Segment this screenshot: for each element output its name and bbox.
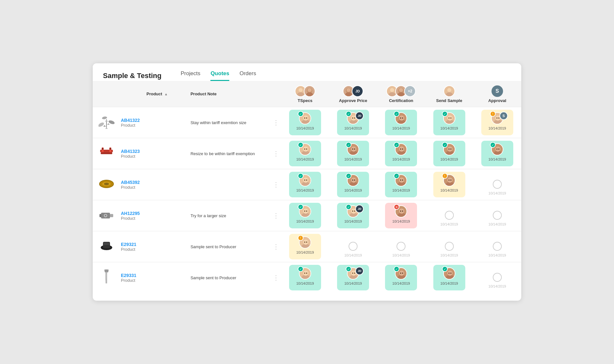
status-date: 10/14/2019	[392, 126, 410, 130]
svg-point-50	[498, 117, 499, 119]
tab-orders[interactable]: Orders	[240, 70, 256, 81]
product-info: E29331 Product	[118, 262, 187, 293]
cell-status[interactable]: ✓ 10/14/2019	[329, 169, 377, 200]
svg-point-94	[354, 179, 355, 181]
product-image	[93, 169, 118, 200]
status-date: 10/14/2019	[296, 219, 314, 223]
cell-status[interactable]: ✓ 10/14/2019	[425, 262, 473, 293]
main-card: Sample & Testing Projects Quotes Orders …	[93, 63, 521, 301]
svg-rect-135	[106, 272, 107, 283]
svg-point-153	[447, 271, 453, 276]
product-info: E29321 Product	[118, 231, 187, 262]
row-menu-button[interactable]: ⋮	[271, 231, 281, 262]
status-avatar-wrap: ✓ JD	[347, 112, 359, 124]
row-menu-button[interactable]: ⋮	[271, 200, 281, 231]
product-id[interactable]: AH12295	[121, 211, 184, 216]
cell-status[interactable]: ✓ 10/14/2019	[281, 138, 329, 169]
cell-status[interactable]: ✓ JD 10/14/2019	[329, 200, 377, 231]
product-image	[93, 138, 118, 169]
svg-point-114	[306, 210, 307, 212]
status-date-empty: 10/14/2019	[475, 222, 519, 226]
cell-status[interactable]: ✓ JD 10/14/2019	[329, 107, 377, 138]
cell-status[interactable]: ✓ 10/14/2019	[377, 169, 425, 200]
svg-point-155	[450, 273, 451, 274]
row-menu-button[interactable]: ⋮	[271, 107, 281, 138]
svg-point-140	[306, 273, 307, 274]
cell-status[interactable]: ! 10/14/2019	[281, 231, 329, 262]
cell-status[interactable]: ✓ 10/14/2019	[425, 107, 473, 138]
svg-point-149	[400, 273, 401, 274]
svg-point-75	[448, 148, 449, 150]
cell-status[interactable]: ✓ 10/14/2019	[377, 107, 425, 138]
cell-status: 10/14/2019	[473, 200, 521, 231]
table-wrapper: Product ▲ Product Note	[93, 81, 521, 301]
status-date-empty: 10/14/2019	[475, 191, 519, 195]
product-id[interactable]: AB41323	[121, 149, 184, 154]
svg-point-92	[351, 178, 356, 183]
product-info: AB41322 Product	[118, 107, 187, 138]
svg-point-1	[297, 92, 304, 97]
empty-circle	[493, 180, 502, 189]
status-date: 10/14/2019	[440, 126, 458, 130]
product-info: AH12295 Product	[118, 200, 187, 231]
tab-projects[interactable]: Projects	[181, 70, 200, 81]
svg-point-64	[351, 146, 356, 152]
jd-badge: JD	[355, 267, 364, 275]
status-avatar-wrap: !	[299, 236, 311, 249]
svg-point-118	[352, 210, 353, 212]
product-id[interactable]: E29331	[121, 273, 184, 278]
cell-status[interactable]: ! S 10/14/2019	[473, 107, 521, 138]
row-menu-button[interactable]: ⋮	[271, 169, 281, 200]
product-id[interactable]: AB45392	[121, 180, 184, 185]
cell-status[interactable]: ✓ 10/14/2019	[377, 262, 425, 293]
cell-status: 10/14/2019	[329, 231, 377, 262]
status-date: 10/14/2019	[392, 188, 410, 192]
status-date-empty: 10/14/2019	[331, 253, 375, 257]
cell-status[interactable]: ✕ 10/14/2019	[377, 200, 425, 231]
status-date: 10/14/2019	[296, 188, 314, 192]
product-note: Stay within tariff exemtion size	[187, 107, 271, 138]
cell-status[interactable]: ✓ 10/14/2019	[281, 262, 329, 293]
cell-status[interactable]: ✓ 10/14/2019	[281, 107, 329, 138]
status-avatar-wrap: ✓	[443, 143, 455, 155]
svg-point-148	[399, 271, 404, 276]
status-date-empty: 10/14/2019	[475, 284, 519, 288]
column-header-row: Product ▲ Product Note	[93, 81, 521, 107]
svg-point-99	[402, 179, 403, 181]
product-id[interactable]: AB41322	[121, 118, 184, 123]
svg-point-28	[303, 115, 308, 121]
svg-point-45	[450, 117, 451, 119]
product-id[interactable]: E29321	[121, 242, 184, 247]
empty-circle	[493, 273, 502, 282]
cell-status[interactable]: ✓ 10/14/2019	[281, 200, 329, 231]
svg-point-16	[446, 92, 453, 97]
cell-status[interactable]: ! 10/14/2019	[425, 169, 473, 200]
status-date: 10/14/2019	[296, 157, 314, 161]
cell-status[interactable]: ✓ 10/14/2019	[329, 138, 377, 169]
cell-status[interactable]: ✓ 10/14/2019	[473, 138, 521, 169]
cell-status[interactable]: ✓ 10/14/2019	[425, 138, 473, 169]
product-info: AB45392 Product	[118, 169, 187, 200]
svg-point-122	[399, 209, 404, 214]
cell-status: 10/14/2019	[473, 262, 521, 293]
status-date: 10/14/2019	[488, 157, 506, 161]
status-date: 10/14/2019	[296, 126, 314, 130]
col-product[interactable]: Product ▲	[118, 81, 187, 107]
row-menu-button[interactable]: ⋮	[271, 138, 281, 169]
warn-badge: !	[298, 235, 303, 241]
cell-status[interactable]: ✓ JD 10/14/2019	[329, 262, 377, 293]
product-type: Product	[121, 154, 184, 159]
status-date-empty: 10/14/2019	[379, 253, 423, 257]
table-row: E29331 Product Sample sent to Producer ⋮…	[93, 262, 521, 293]
svg-point-97	[399, 178, 404, 183]
check-badge: ✓	[442, 266, 448, 272]
svg-point-144	[352, 273, 353, 274]
cell-status[interactable]: ✓ 10/14/2019	[377, 138, 425, 169]
row-menu-button[interactable]: ⋮	[271, 262, 281, 293]
svg-point-8	[347, 88, 350, 92]
tab-quotes[interactable]: Quotes	[210, 70, 229, 81]
cell-status[interactable]: ✓ 10/14/2019	[281, 169, 329, 200]
empty-circle	[445, 242, 454, 251]
empty-circle	[397, 242, 405, 251]
svg-point-39	[400, 117, 401, 119]
